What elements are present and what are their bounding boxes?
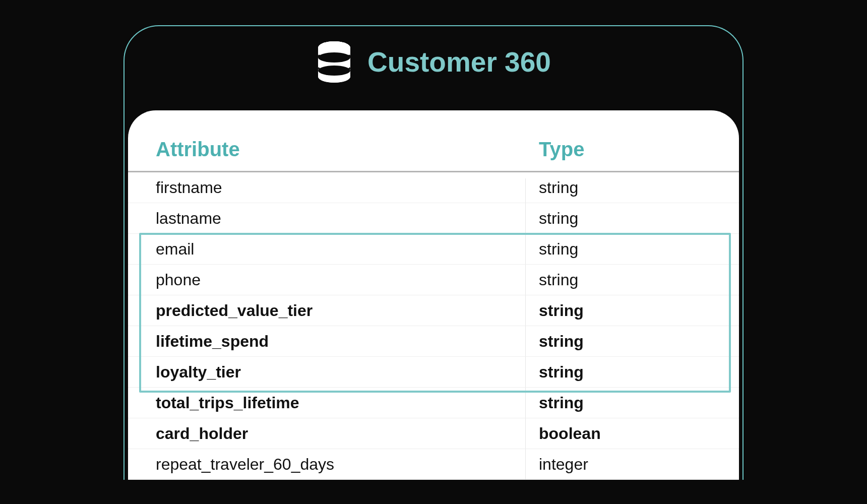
cell-type: string [539, 240, 711, 259]
database-icon [316, 41, 352, 83]
card-title: Customer 360 [367, 46, 551, 78]
cell-attribute: total_trips_lifetime [156, 394, 539, 412]
cell-type: string [539, 332, 711, 351]
table-row: total_trips_lifetime string [128, 388, 739, 418]
cell-attribute: loyalty_tier [156, 363, 539, 382]
table-row: loyalty_tier string [128, 357, 739, 388]
cell-attribute: email [156, 240, 539, 259]
column-header-attribute: Attribute [156, 138, 539, 161]
cell-type: string [539, 301, 711, 320]
cell-attribute: card_holder [156, 424, 539, 443]
table-row: phone string [128, 265, 739, 295]
cell-attribute: lastname [156, 209, 539, 228]
cell-attribute: lifetime_spend [156, 332, 539, 351]
svg-point-16 [318, 52, 350, 62]
table-header-row: Attribute Type [128, 138, 739, 172]
cell-attribute: firstname [156, 178, 539, 197]
cell-type: string [539, 178, 711, 197]
cell-attribute: repeat_traveler_60_days [156, 455, 539, 474]
table-row: firstname string [128, 172, 739, 203]
cell-type: string [539, 209, 711, 228]
attribute-table-card: Attribute Type firstname string lastname… [128, 110, 739, 480]
customer-360-card: Customer 360 Attribute Type firstname st… [123, 25, 744, 480]
card-header: Customer 360 [125, 41, 742, 83]
cell-attribute: predicted_value_tier [156, 301, 539, 320]
table-rows: firstname string lastname string email s… [128, 172, 739, 480]
cell-attribute: phone [156, 271, 539, 289]
svg-point-17 [318, 66, 350, 76]
table-row: lifetime_spend string [128, 326, 739, 357]
table-row: predicted_value_tier string [128, 295, 739, 326]
cell-type: string [539, 271, 711, 289]
table-row: lastname string [128, 203, 739, 234]
cell-type: string [539, 394, 711, 412]
cell-type: integer [539, 455, 711, 474]
cell-type: boolean [539, 424, 711, 443]
table-row: email string [128, 234, 739, 265]
table-row: repeat_traveler_60_days integer [128, 449, 739, 480]
cell-type: string [539, 363, 711, 382]
table-row: card_holder boolean [128, 418, 739, 449]
column-header-type: Type [539, 138, 711, 161]
